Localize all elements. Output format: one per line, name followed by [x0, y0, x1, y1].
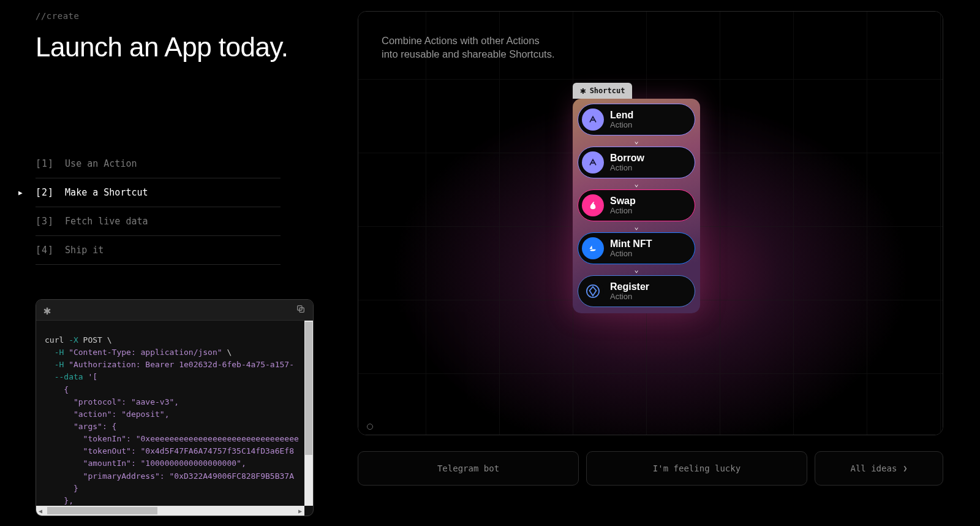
copy-icon: [296, 304, 306, 314]
all-ideas-button[interactable]: All ideas ❯: [815, 451, 943, 486]
ens-icon: [582, 280, 604, 302]
vertical-scrollbar[interactable]: [304, 321, 313, 506]
eyebrow-label: //create: [36, 11, 317, 21]
asterisk-icon: ✱: [580, 86, 586, 96]
scroll-left-icon[interactable]: ◀: [36, 506, 45, 516]
chevron-right-icon: ❯: [903, 464, 907, 473]
action-subtitle: Action: [610, 292, 649, 301]
step-ship-it[interactable]: [4] Ship it: [36, 236, 281, 265]
step-label: Fetch live data: [65, 216, 148, 227]
horizontal-scrollbar[interactable]: ◀ ▶: [36, 506, 304, 516]
action-subtitle: Action: [610, 120, 633, 129]
action-title: Borrow: [610, 153, 644, 164]
buttons-row: Telegram bot I'm feeling lucky All ideas…: [358, 451, 943, 486]
step-label: Use an Action: [65, 158, 137, 169]
steps-list: [1] Use an Action ▶ [2] Make a Shortcut …: [36, 150, 281, 265]
node-dot-icon: [367, 424, 373, 430]
step-number: [2]: [36, 187, 54, 198]
aave-icon: [582, 109, 604, 131]
chevron-down-icon: ⌄: [578, 135, 695, 147]
svg-point-5: [587, 242, 599, 254]
step-use-action[interactable]: [1] Use an Action: [36, 150, 281, 178]
step-number: [1]: [36, 158, 54, 169]
telegram-bot-button[interactable]: Telegram bot: [358, 451, 579, 486]
action-pill-register[interactable]: RegisterAction: [578, 275, 695, 307]
step-fetch-data[interactable]: [3] Fetch live data: [36, 207, 281, 236]
chevron-down-icon: ⌄: [578, 178, 695, 189]
scroll-right-icon[interactable]: ▶: [296, 506, 304, 516]
panel-description: Combine Actions with other Actions into …: [382, 34, 555, 61]
action-title: Mint NFT: [610, 238, 652, 250]
action-subtitle: Action: [610, 249, 652, 258]
action-pill-mint-nft[interactable]: Mint NFTAction: [578, 232, 695, 264]
chevron-down-icon: ⌄: [578, 264, 695, 275]
action-pill-lend[interactable]: LendAction: [578, 104, 695, 135]
step-label: Make a Shortcut: [65, 187, 148, 198]
asterisk-icon: ✱: [43, 304, 51, 316]
shortcut-tab: ✱ Shortcut: [573, 83, 632, 99]
code-titlebar: ✱: [36, 300, 313, 321]
aave-icon: [582, 151, 604, 173]
copy-button[interactable]: [296, 304, 306, 316]
opensea-icon: [582, 237, 604, 259]
chevron-down-icon: ⌄: [578, 221, 695, 232]
step-number: [4]: [36, 245, 54, 256]
action-title: Swap: [610, 196, 636, 207]
action-subtitle: Action: [610, 163, 644, 172]
code-content[interactable]: curl -X POST \ -H "Content-Type: applica…: [36, 321, 313, 506]
uniswap-icon: [582, 194, 604, 216]
page-headline: Launch an App today.: [36, 32, 317, 63]
action-title: Lend: [610, 110, 633, 121]
shortcut-card: ✱ Shortcut LendAction⌄BorrowAction⌄SwapA…: [573, 99, 700, 313]
preview-panel: Combine Actions with other Actions into …: [358, 11, 943, 435]
caret-icon: ▶: [18, 189, 23, 197]
action-pill-borrow[interactable]: BorrowAction: [578, 147, 695, 178]
scroll-thumb[interactable]: [47, 507, 157, 514]
step-number: [3]: [36, 216, 54, 227]
step-label: Ship it: [65, 245, 104, 256]
action-pill-swap[interactable]: SwapAction: [578, 189, 695, 221]
code-panel: ✱ curl -X POST \ -H "Content-Type: appli…: [36, 299, 314, 516]
action-title: Register: [610, 281, 649, 292]
step-make-shortcut[interactable]: ▶ [2] Make a Shortcut: [36, 178, 281, 207]
feeling-lucky-button[interactable]: I'm feeling lucky: [586, 451, 807, 486]
action-subtitle: Action: [610, 206, 636, 215]
